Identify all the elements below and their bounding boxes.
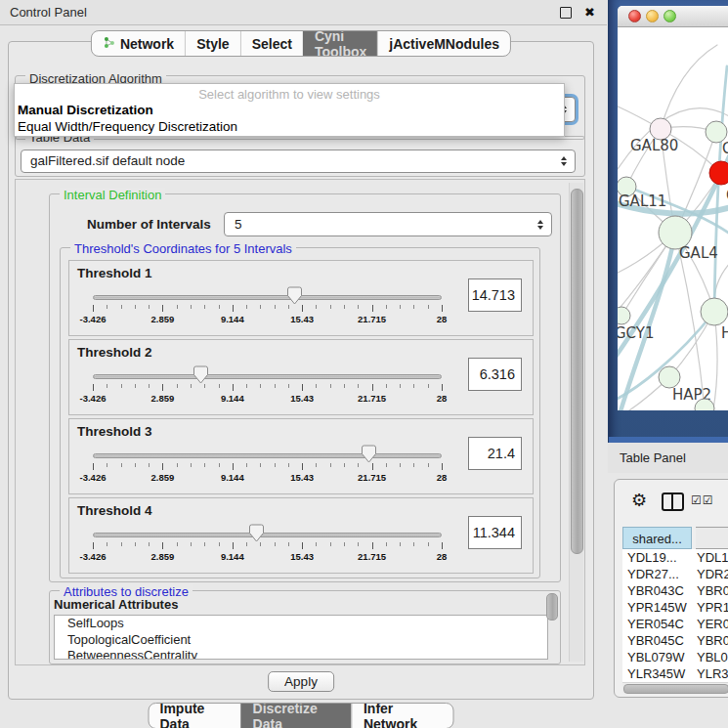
tab-network[interactable]: Network [92, 31, 185, 56]
slider-thumb-icon[interactable] [193, 365, 208, 384]
attributes-scrollbar[interactable] [546, 593, 558, 621]
close-icon[interactable]: ✖ [584, 0, 595, 24]
tick-label: 2.859 [151, 314, 175, 324]
major-tick [302, 305, 303, 312]
table-rows: YDL19...YDL1YDR27...YDR2YBR043CYBR0YPR14… [622, 549, 728, 683]
network-node[interactable] [709, 161, 728, 185]
network-canvas[interactable]: GAL80GACGAL11GAL4GCY1HHAP2 [618, 27, 728, 410]
network-node[interactable] [701, 298, 728, 325]
minor-tick [288, 305, 289, 309]
tab-cyni-toolbox[interactable]: Cyni Toolbox [303, 31, 377, 56]
table-horizontal-scrollbar[interactable] [622, 682, 728, 693]
slider-ticks [69, 305, 533, 314]
float-icon[interactable] [560, 7, 572, 19]
attribute-list-item[interactable]: TopologicalCoefficient [55, 632, 547, 649]
threshold-value-field[interactable]: 14.713 [468, 278, 522, 312]
tab-jactivemnodules[interactable]: jActiveMNodules [377, 31, 510, 56]
minor-tick [107, 542, 107, 546]
algorithm-option[interactable]: Manual Discretization [15, 102, 564, 118]
tick-label: 21.715 [358, 314, 386, 324]
panel-scrollbar-thumb[interactable] [571, 189, 583, 554]
tab-discretize-data[interactable]: Discretize Data [241, 704, 352, 728]
slider-thumb-icon[interactable] [287, 286, 302, 305]
tab-select[interactable]: Select [240, 31, 303, 56]
table-data-combobox[interactable]: galFiltered.sif default node [21, 150, 576, 173]
major-tick [93, 542, 94, 549]
checked-checkbox-icons[interactable]: ☑☑ [691, 493, 714, 507]
table-row[interactable]: YBL079WYBL0 [622, 649, 728, 665]
table-scrollbar-thumb[interactable] [623, 684, 728, 694]
attribute-list-item[interactable]: BetweennessCentrality [55, 648, 547, 660]
table-row[interactable]: YER054CYER0 [622, 616, 728, 632]
spinner-stepper-icon[interactable] [537, 220, 543, 230]
table-row[interactable]: YBR045CYBR0 [622, 632, 728, 649]
column-header-shared[interactable]: shared... [622, 527, 692, 549]
minimize-traffic-light-icon[interactable] [646, 10, 659, 22]
minor-tick [413, 384, 414, 388]
gear-icon[interactable]: ⚙ [631, 490, 647, 510]
number-of-intervals-spinner[interactable]: 5 [224, 212, 552, 236]
table-row[interactable]: YLR345WYLR3 [622, 665, 728, 682]
tick-label: 21.715 [358, 393, 386, 404]
minor-tick [330, 542, 331, 546]
slider-thumb-icon[interactable] [249, 524, 264, 542]
network-node[interactable] [618, 307, 630, 324]
slider-thumb-icon[interactable] [362, 445, 376, 463]
network-node[interactable] [659, 366, 680, 388]
tick-label: 2.859 [151, 393, 175, 404]
minor-tick [191, 463, 192, 467]
threshold-value-field[interactable]: 11.344 [468, 516, 522, 549]
tab-infer-network[interactable]: Infer Network [352, 704, 453, 728]
column-header-name[interactable]: na [696, 527, 728, 549]
tab-label: Select [252, 36, 292, 52]
threshold-value-field[interactable]: 21.4 [468, 437, 522, 470]
tab-impute-data[interactable]: Impute Data [150, 704, 241, 728]
threshold-slider-track[interactable] [93, 374, 442, 379]
major-tick [302, 463, 303, 470]
minor-tick [428, 384, 429, 388]
attribute-list-item[interactable]: SelfLoops [55, 616, 547, 632]
minor-tick [288, 463, 289, 467]
minor-tick [177, 542, 178, 546]
major-tick [442, 542, 443, 549]
apply-button[interactable]: Apply [268, 671, 334, 692]
columns-icon[interactable] [662, 492, 684, 511]
minor-tick [149, 463, 150, 467]
algorithm-options: Manual DiscretizationEqual Width/Frequen… [15, 102, 564, 135]
minor-tick [400, 542, 401, 546]
tick-label: 2.859 [151, 551, 175, 562]
interval-definition-group: Interval Definition Number of Intervals … [49, 193, 561, 582]
minor-tick [219, 305, 220, 309]
minor-tick [204, 305, 205, 309]
tab-style[interactable]: Style [185, 31, 239, 56]
combo-stepper-icon[interactable] [561, 156, 567, 166]
major-tick [93, 384, 94, 391]
major-tick [442, 384, 443, 391]
threshold-value-field[interactable]: 6.316 [468, 358, 522, 391]
table-row[interactable]: YDL19...YDL1 [622, 549, 728, 566]
table-row[interactable]: YBR043CYBR0 [622, 582, 728, 599]
tick-label: -3.426 [80, 393, 107, 404]
cell-name: YBR0 [692, 582, 728, 599]
table-row[interactable]: YDR27...YDR2 [622, 566, 728, 582]
panel-scrollbar[interactable] [569, 183, 583, 662]
minor-tick [219, 384, 220, 388]
tick-label: -3.426 [80, 472, 107, 483]
major-tick [372, 384, 373, 391]
threshold-slider-track[interactable] [93, 295, 442, 300]
tick-label: 9.144 [221, 472, 244, 483]
threshold-slider-track[interactable] [93, 533, 442, 537]
minor-tick [246, 384, 247, 388]
table-row[interactable]: YPR145WYPR1 [622, 599, 728, 616]
minor-tick [149, 542, 150, 546]
zoom-traffic-light-icon[interactable] [664, 10, 676, 22]
algorithm-option[interactable]: Equal Width/Frequency Discretization [15, 118, 564, 135]
close-traffic-light-icon[interactable] [628, 10, 641, 22]
minor-tick [288, 384, 289, 388]
control-panel-window: Control Panel ✖ NetworkStyleSelectCyni T… [0, 0, 607, 728]
threshold-slider-track[interactable] [93, 453, 442, 458]
numerical-attributes-list[interactable]: SelfLoopsTopologicalCoefficientBetweenne… [54, 615, 548, 660]
minor-tick [330, 384, 331, 388]
tab-label: Style [196, 36, 229, 52]
major-tick [372, 542, 373, 549]
